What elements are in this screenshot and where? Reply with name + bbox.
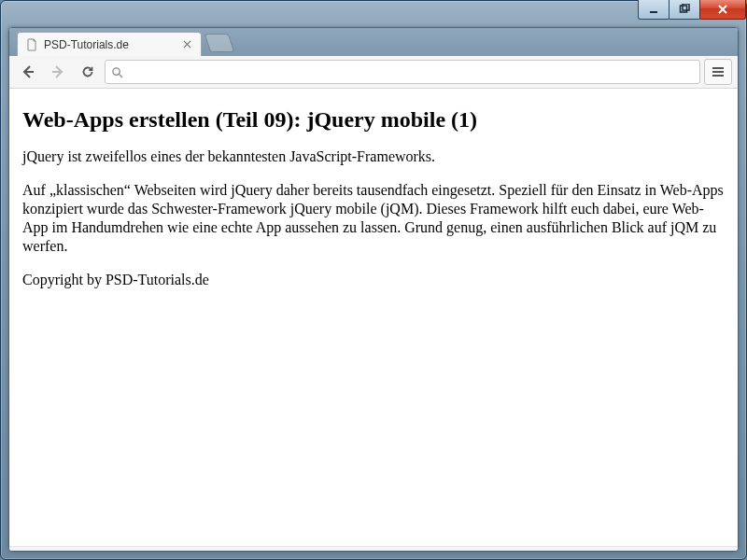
- svg-rect-2: [683, 4, 689, 10]
- tab-strip: PSD-Tutorials.de: [9, 28, 738, 56]
- os-window: PSD-Tutorials.de: [0, 0, 747, 560]
- nav-back-button[interactable]: [15, 60, 41, 84]
- window-close-button[interactable]: [699, 0, 746, 20]
- search-icon: [111, 66, 123, 78]
- page-paragraph: jQuery ist zweifellos eines der bekannte…: [22, 147, 725, 166]
- arrow-left-icon: [21, 64, 35, 79]
- tab-title: PSD-Tutorials.de: [44, 38, 175, 51]
- page-viewport: Web-Apps erstellen (Teil 09): jQuery mob…: [9, 89, 738, 546]
- window-maximize-button[interactable]: [669, 0, 700, 20]
- hamburger-icon: [712, 65, 725, 78]
- svg-point-3: [113, 67, 120, 74]
- svg-rect-0: [650, 11, 657, 13]
- browser-tab[interactable]: PSD-Tutorials.de: [17, 32, 202, 56]
- browser-frame: PSD-Tutorials.de: [8, 27, 739, 552]
- browser-toolbar: [9, 56, 738, 89]
- nav-reload-button[interactable]: [75, 60, 101, 84]
- svg-rect-6: [712, 75, 724, 77]
- svg-rect-1: [681, 6, 687, 12]
- close-icon: [717, 4, 728, 15]
- page-paragraph: Copyright by PSD-Tutorials.de: [22, 271, 725, 289]
- svg-rect-4: [712, 67, 724, 69]
- tab-close-button[interactable]: [180, 38, 193, 51]
- window-controls: [639, 0, 746, 20]
- window-titlebar[interactable]: [1, 1, 746, 27]
- window-minimize-button[interactable]: [638, 0, 669, 20]
- minimize-icon: [648, 4, 659, 15]
- browser-statusbar: [9, 546, 738, 551]
- url-input[interactable]: [129, 64, 694, 80]
- new-tab-button[interactable]: [204, 34, 234, 52]
- arrow-right-icon: [50, 64, 65, 79]
- page-paragraph: Auf „klassischen“ Webseiten wird jQuery …: [22, 181, 725, 256]
- nav-forward-button[interactable]: [45, 60, 71, 84]
- maximize-icon: [679, 4, 690, 15]
- page-favicon-icon: [25, 38, 38, 51]
- svg-rect-5: [712, 71, 724, 73]
- reload-icon: [80, 64, 95, 79]
- page-heading: Web-Apps erstellen (Teil 09): jQuery mob…: [22, 107, 725, 133]
- close-icon: [183, 40, 191, 49]
- address-bar[interactable]: [105, 60, 700, 84]
- browser-menu-button[interactable]: [704, 59, 732, 85]
